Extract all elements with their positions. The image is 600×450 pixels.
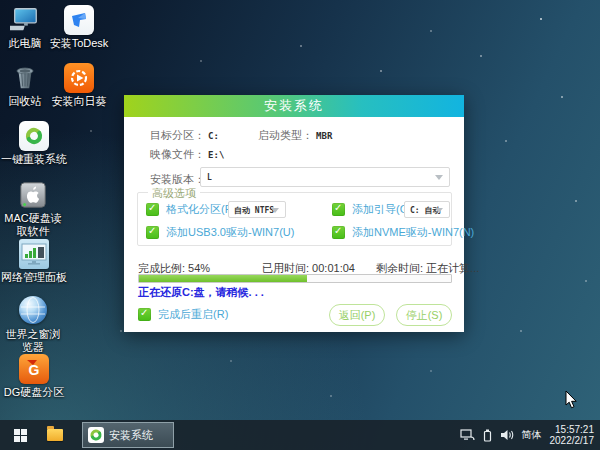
install-system-app-icon: [88, 427, 104, 443]
desktop-icon-install-todesk[interactable]: 安装ToDesk: [47, 5, 111, 50]
desktop-icon-mac-disk-reader[interactable]: MAC硬盘读取软件: [2, 180, 64, 237]
target-partition-value: C:: [208, 131, 219, 141]
restart-after-finish-option[interactable]: 完成后重启(R): [138, 307, 228, 322]
checkbox-checked-icon[interactable]: [332, 203, 345, 216]
start-button[interactable]: [0, 420, 40, 450]
desktop-icon-network-panel[interactable]: 网络管理面板: [0, 239, 68, 284]
system-tray: 简体 15:57:21 2022/2/17: [460, 424, 600, 446]
nvme-driver-option[interactable]: 添加NVME驱动-WIN7(N): [332, 225, 474, 240]
sunflower-icon: [64, 63, 94, 93]
desktop-icon-one-key-reinstall[interactable]: 一键重装系统: [0, 121, 68, 166]
target-partition-row: 目标分区： C:: [150, 128, 219, 143]
add-boot-select[interactable]: C: 自动: [404, 201, 450, 218]
image-file-row: 映像文件： E:\: [150, 147, 224, 162]
usb-device-icon[interactable]: [483, 429, 492, 442]
dialog-titlebar[interactable]: 安装系统: [124, 95, 464, 117]
boot-type-row: 启动类型： MBR: [258, 128, 332, 143]
format-partition-select[interactable]: 自动 NTFS: [228, 201, 286, 218]
desktop-icon-dg-partition[interactable]: G DG硬盘分区: [0, 354, 68, 399]
clock-time: 15:57:21: [550, 424, 595, 435]
boot-type-label: 启动类型：: [258, 129, 313, 141]
install-version-value: L: [207, 173, 212, 182]
speaker-icon[interactable]: [500, 429, 514, 441]
dg-partition-icon: G: [19, 354, 49, 384]
status-text: 正在还原C:盘，请稍候. . .: [138, 285, 264, 300]
install-version-select[interactable]: L: [200, 167, 450, 187]
progress-bar: [138, 274, 452, 283]
checkbox-checked-icon[interactable]: [146, 203, 159, 216]
folder-icon: [47, 429, 63, 441]
boot-type-value: MBR: [316, 131, 332, 141]
desktop-icon-label: 一键重装系统: [0, 153, 68, 166]
usb3-driver-label: 添加USB3.0驱动-WIN7(U): [166, 226, 294, 238]
desktop-icon-label: 安装向日葵: [47, 95, 111, 108]
desktop-icon-label: 此电脑: [2, 37, 48, 50]
image-file-value: E:\: [208, 150, 224, 160]
chevron-down-icon: [271, 208, 279, 213]
desktop-icon-label: 安装ToDesk: [47, 37, 111, 50]
format-partition-option[interactable]: 格式化分区(F):: [146, 202, 238, 217]
desktop-icon-label: 网络管理面板: [0, 271, 68, 284]
dialog-title: 安装系统: [264, 98, 324, 113]
checkbox-checked-icon[interactable]: [138, 308, 151, 321]
usb3-driver-option[interactable]: 添加USB3.0驱动-WIN7(U): [146, 225, 294, 240]
stop-button[interactable]: 停止(S): [396, 304, 452, 326]
advanced-options-legend: 高级选项: [148, 186, 200, 201]
file-explorer-button[interactable]: [40, 420, 70, 450]
checkbox-checked-icon[interactable]: [332, 226, 345, 239]
network-icon[interactable]: [460, 429, 475, 442]
clock-date: 2022/2/17: [550, 435, 595, 446]
world-window-browser-icon: [18, 296, 48, 326]
restart-after-finish-label: 完成后重启(R): [158, 308, 228, 320]
desktop-icon-label: 世界之窗浏览器: [2, 328, 64, 353]
install-version-label: 安装版本：: [150, 173, 205, 185]
nvme-driver-label: 添加NVME驱动-WIN7(N): [352, 226, 474, 238]
desktop-icon-label: MAC硬盘读取软件: [2, 212, 64, 237]
checkbox-checked-icon[interactable]: [146, 226, 159, 239]
desktop-icon-this-pc[interactable]: 此电脑: [2, 5, 48, 50]
desktop-icon-label: DG硬盘分区: [0, 386, 68, 399]
ime-indicator[interactable]: 简体: [522, 428, 542, 442]
image-file-label: 映像文件：: [150, 148, 205, 160]
desktop-icon-label: 回收站: [2, 95, 48, 108]
taskbar-task-install-system[interactable]: 安装系统: [82, 422, 174, 448]
network-panel-icon: [19, 239, 49, 269]
progress-bar-fill: [139, 275, 307, 282]
add-boot-option[interactable]: 添加引导(G):: [332, 202, 415, 217]
todesk-icon: [64, 5, 94, 35]
desktop-icon-world-window-browser[interactable]: 世界之窗浏览器: [2, 295, 64, 353]
svg-text:G: G: [29, 362, 40, 378]
install-version-row: 安装版本：: [150, 172, 205, 187]
chevron-down-icon: [435, 175, 443, 180]
taskbar: 安装系统 简体 15:57:21 2022/2/17: [0, 420, 600, 450]
install-system-dialog: 安装系统 目标分区： C: 启动类型： MBR 映像文件： E:\ 安装版本： …: [124, 95, 464, 332]
desktop-icon-recycle-bin[interactable]: 回收站: [2, 63, 48, 108]
mac-disk-icon: [18, 180, 48, 210]
advanced-options-group: 高级选项 格式化分区(F): 自动 NTFS 添加引导(G): C: 自动 添加…: [137, 192, 452, 246]
taskbar-clock[interactable]: 15:57:21 2022/2/17: [550, 424, 595, 446]
mouse-cursor: [565, 391, 578, 413]
target-partition-label: 目标分区：: [150, 129, 205, 141]
recycle-bin-icon: [10, 63, 40, 93]
format-partition-value: 自动 NTFS: [234, 206, 274, 215]
back-button[interactable]: 返回(P): [329, 304, 385, 326]
chevron-down-icon: [435, 208, 443, 213]
one-key-reinstall-icon: [19, 121, 49, 151]
task-label: 安装系统: [109, 428, 153, 443]
this-pc-icon: [10, 5, 40, 35]
desktop-icon-install-sunflower[interactable]: 安装向日葵: [47, 63, 111, 108]
star-field: [0, 0, 2, 2]
windows-logo-icon: [14, 429, 27, 442]
